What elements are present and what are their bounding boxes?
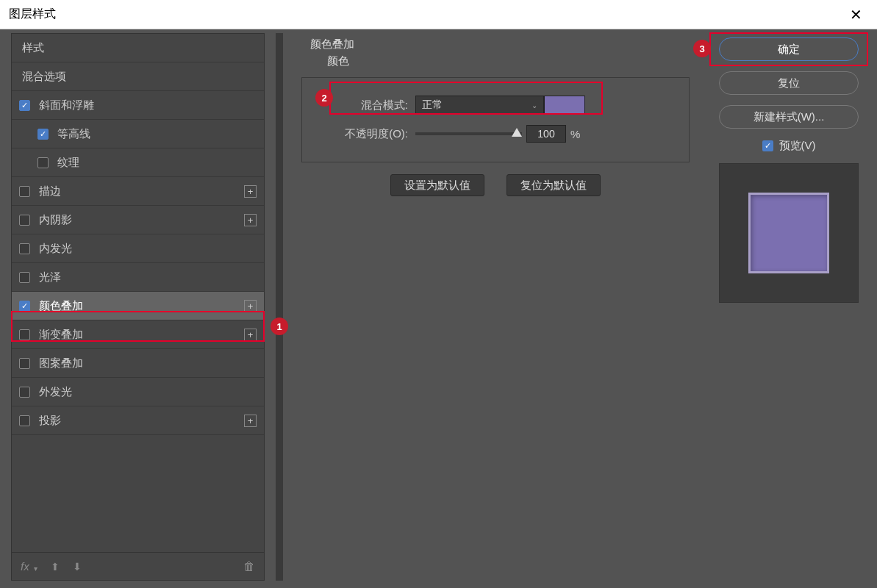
style-item-label: 渐变叠加 — [39, 328, 83, 342]
style-item-bevel[interactable]: 斜面和浮雕 — [12, 91, 264, 120]
styles-header[interactable]: 样式 — [12, 34, 264, 62]
content-area: 样式 混合选项 斜面和浮雕 等高线 纹理 — [0, 29, 877, 588]
styles-header-label: 样式 — [22, 41, 44, 55]
sub-title: 颜色 — [327, 54, 697, 68]
blend-options-header[interactable]: 混合选项 — [12, 62, 264, 91]
opacity-input[interactable] — [526, 125, 566, 143]
titlebar: 图层样式 ✕ — [0, 0, 877, 29]
style-item-label: 投影 — [39, 414, 61, 428]
opacity-slider[interactable] — [415, 132, 522, 135]
default-buttons-row: 设置为默认值 复位为默认值 — [294, 174, 697, 196]
checkbox-icon[interactable] — [19, 329, 30, 340]
preview-label: 预览(V) — [779, 139, 816, 153]
overlay-color-swatch[interactable] — [544, 96, 585, 115]
style-item-drop-shadow[interactable]: 投影 + — [12, 406, 264, 435]
ok-button[interactable]: 确定 — [719, 37, 859, 61]
checkbox-icon[interactable] — [19, 100, 30, 111]
chevron-down-icon: ⌄ — [531, 101, 537, 110]
preview-checkbox[interactable] — [762, 140, 773, 151]
style-item-color-overlay[interactable]: 颜色叠加 + — [12, 292, 264, 320]
arrow-up-icon[interactable]: ⬆ — [51, 561, 60, 573]
style-item-label: 内阴影 — [39, 213, 72, 227]
plus-icon[interactable]: + — [244, 329, 257, 341]
style-item-contour[interactable]: 等高线 — [12, 120, 264, 148]
checkbox-icon[interactable] — [19, 215, 30, 226]
preview-toggle-row: 预览(V) — [762, 139, 816, 153]
preview-thumbnail — [719, 163, 859, 303]
trash-icon[interactable]: 🗑 — [243, 560, 255, 573]
new-style-button[interactable]: 新建样式(W)... — [719, 105, 859, 129]
style-list: 样式 混合选项 斜面和浮雕 等高线 纹理 — [11, 33, 265, 581]
reset-button[interactable]: 复位 — [719, 71, 859, 95]
fx-label[interactable]: fx — [21, 560, 29, 573]
arrow-down-icon[interactable]: ⬇ — [73, 561, 82, 573]
opacity-suffix: % — [570, 128, 580, 140]
blend-mode-value: 正常 — [422, 98, 443, 112]
style-item-stroke[interactable]: 描边 + — [12, 177, 264, 206]
checkbox-icon[interactable] — [19, 415, 30, 426]
style-item-label: 纹理 — [57, 156, 79, 170]
sidebar-footer: fx ▾ ⬆ ⬇ 🗑 — [12, 552, 264, 580]
preview-inner-swatch — [748, 193, 829, 273]
style-item-label: 图案叠加 — [39, 356, 83, 370]
style-item-label: 颜色叠加 — [39, 299, 83, 313]
checkbox-icon[interactable] — [19, 358, 30, 369]
style-item-pattern-overlay[interactable]: 图案叠加 — [12, 349, 264, 378]
annotation-badge-2: 2 — [315, 89, 333, 107]
style-item-label: 等高线 — [57, 127, 90, 141]
section-title: 颜色叠加 — [310, 37, 697, 51]
style-item-outer-glow[interactable]: 外发光 — [12, 378, 264, 406]
blend-mode-label: 混合模式: — [343, 98, 408, 112]
checkbox-icon[interactable] — [19, 243, 30, 254]
plus-icon[interactable]: + — [244, 415, 257, 427]
style-item-label: 光泽 — [39, 270, 61, 284]
blend-mode-select[interactable]: 正常 ⌄ — [415, 96, 544, 115]
opacity-row: 不透明度(O): % — [343, 125, 674, 143]
layer-style-dialog: 图层样式 ✕ 样式 混合选项 斜面和浮雕 等高线 — [0, 0, 877, 588]
window-title: 图层样式 — [9, 7, 56, 22]
opacity-label: 不透明度(O): — [343, 127, 408, 141]
style-item-label: 内发光 — [39, 242, 72, 256]
set-default-button[interactable]: 设置为默认值 — [390, 174, 484, 196]
plus-icon[interactable]: + — [244, 214, 257, 226]
checkbox-icon[interactable] — [19, 186, 30, 197]
checkbox-icon[interactable] — [19, 387, 30, 398]
right-panel: 3 确定 复位 新建样式(W)... 预览(V) — [708, 33, 870, 581]
plus-icon[interactable]: + — [244, 300, 257, 312]
settings-panel: 颜色叠加 颜色 混合模式: 正常 ⌄ 不透明度(O): — [294, 33, 697, 581]
style-item-inner-shadow[interactable]: 内阴影 + — [12, 206, 264, 234]
plus-icon[interactable]: + — [244, 185, 257, 198]
style-item-texture[interactable]: 纹理 — [12, 148, 264, 177]
style-item-label: 斜面和浮雕 — [39, 98, 94, 112]
settings-group: 混合模式: 正常 ⌄ 不透明度(O): % 2 — [301, 77, 690, 162]
blend-options-label: 混合选项 — [22, 70, 66, 84]
style-item-inner-glow[interactable]: 内发光 — [12, 234, 264, 263]
close-icon[interactable]: ✕ — [844, 3, 868, 26]
blend-mode-row: 混合模式: 正常 ⌄ — [343, 96, 674, 115]
slider-thumb-icon[interactable] — [512, 128, 522, 137]
checkbox-icon[interactable] — [19, 301, 30, 312]
reset-default-button[interactable]: 复位为默认值 — [506, 174, 601, 196]
style-item-label: 外发光 — [39, 385, 72, 399]
checkbox-icon[interactable] — [37, 129, 49, 140]
style-item-gradient-overlay[interactable]: 渐变叠加 + — [12, 320, 264, 349]
style-item-label: 描边 — [39, 184, 61, 198]
style-item-satin[interactable]: 光泽 — [12, 263, 264, 292]
sidebar-scrollbar[interactable] — [276, 33, 283, 581]
checkbox-icon[interactable] — [19, 272, 30, 283]
styles-sidebar: 样式 混合选项 斜面和浮雕 等高线 纹理 — [11, 33, 265, 581]
checkbox-icon[interactable] — [37, 157, 49, 168]
